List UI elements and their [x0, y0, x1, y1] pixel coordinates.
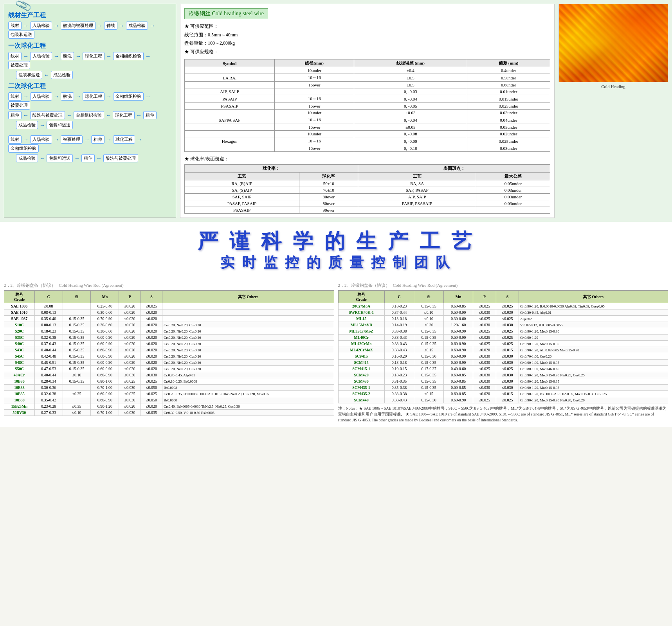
spec-tolerance: 0, -0.09: [354, 137, 467, 145]
s-cell: ≤0.025: [496, 335, 519, 341]
sphero-rate: 50±10: [299, 180, 358, 187]
sphero-process2: RA, SA: [358, 180, 476, 187]
table-row: S50C 0.47-0.53 0.15-0.35 0.60-0.90 ≤0.02…: [4, 366, 334, 372]
p-cell: ≤0.020: [119, 403, 141, 410]
right-th-c: C: [384, 291, 414, 303]
sphero-table: 球化率： 表面斑点： 工艺 球化率 工艺 最大公差 RA, (R)AIP 50±…: [184, 164, 550, 214]
p-cell: ≤0.030: [119, 397, 141, 403]
p-cell: ≤0.020: [119, 366, 141, 372]
flow-arrow: →: [23, 53, 29, 59]
table-row: S43C 0.40-0.44 0.15-0.35 0.60-0.90 ≤0.02…: [4, 347, 334, 353]
banner-section: 严 谨 科 学 的 生 产 工 艺 实 时 监 控 的 质 量 控 制 团 队: [0, 222, 672, 278]
spec-deviation: 0.025under: [467, 103, 550, 110]
flow-box: 入场检验: [30, 92, 52, 101]
p-cell: ≤0.030: [119, 385, 141, 391]
others-cell: Cr:0.20-0.35, B:0.0008-0.0030 Al:0.015-0…: [162, 391, 334, 397]
grade-cell: S50C: [4, 366, 35, 372]
c-cell: 0.28-0.34: [34, 378, 63, 385]
s-cell: ≤0.030: [496, 309, 519, 316]
others-cell: Cr:0.30-0.50, V:0.10-0.50 Bs0.0005: [162, 410, 334, 416]
flow-box: 伸线: [104, 22, 117, 30]
spec-tolerance: 0, -0.10: [354, 145, 467, 152]
flow-row-3b: 粗伸 ← 酸洗与被覆处理 ← 金相组织检验 ← 球化工程 ← 粗伸: [8, 111, 172, 119]
grade-cell: S40C: [4, 341, 35, 347]
sphero-rate: 90over: [299, 207, 358, 214]
spec-deviation: 0.5under: [467, 74, 550, 82]
spec-symbol: [185, 131, 275, 137]
spec-deviation: 0.03under: [467, 110, 550, 116]
grade-cell: 10B30: [4, 378, 35, 385]
table-row: SCM415 0.13-0.18 0.15-0.35 0.60-0.90 ≤0.…: [338, 360, 668, 366]
sphero-th-rate: 球化率：: [185, 165, 358, 173]
p-cell: ≤0.030: [473, 378, 496, 385]
grade-cell: S43C: [4, 347, 35, 353]
others-cell: Cr:0.90-1.20, B:0.0010-0.0050 Alφ0.02, T…: [519, 303, 668, 309]
flow-box: 线材: [8, 92, 22, 101]
flow-row-4a: 线材 → 入场检验 → 被覆处理 → 粗伸 → 球化工程 → 金相组织检验: [8, 135, 172, 153]
mn-cell: 0.60-0.90: [91, 341, 119, 347]
flow-box: 成品检验: [51, 71, 73, 79]
left-th-c: C: [34, 291, 63, 303]
sphero-tolerance: 0.03under: [476, 200, 550, 207]
right-table-half: 2．2、冷镦钢盘条（协议） Cold Heading Wire Rod (Agr…: [336, 280, 670, 425]
sphero-th-process2: 工艺: [358, 173, 476, 180]
others-cell: Crs0.20, Nis0.20, Cus0.20: [162, 366, 334, 372]
spec-row: 10under 0, -0.08 0.02under: [185, 131, 550, 137]
flow-box: 酸洗与被覆处理: [103, 154, 138, 162]
c-cell: 0.23-0.28: [34, 403, 63, 410]
grade-cell: 50BV30: [4, 410, 35, 416]
s-cell: ≤0.020: [141, 360, 162, 366]
p-cell: ≤0.025: [119, 391, 141, 397]
mn-cell: 0.25-0.40: [91, 303, 119, 309]
si-cell: 0.15-0.35: [414, 303, 444, 309]
spec-tolerance: ±0.5: [354, 74, 467, 82]
flow-box: 线材: [8, 135, 22, 144]
flow-arrow: →: [145, 94, 151, 100]
table-row: SCM435-1 0.35-0.38 0.15-0.35 0.60-0.85 ≤…: [338, 385, 668, 391]
p-cell: ≤0.020: [119, 322, 141, 328]
mn-cell: 0.30-0.60: [443, 316, 473, 322]
sphero-row: PASAF, PASAIP 80over PASIP, PSASAIP 0.03…: [185, 200, 550, 207]
spec-tolerance: 0, -0.03: [354, 88, 467, 95]
flow-arrow: →: [84, 137, 90, 143]
flow-box: 酸洗: [61, 52, 74, 60]
si-cell: ≤0.35: [63, 403, 91, 410]
spec-row: LA RA, 10～16 ±0.5 0.5under: [185, 74, 550, 82]
spec-symbol: Hexagon: [185, 137, 275, 145]
mn-cell: 0.60-0.90: [91, 347, 119, 353]
right-th-si: Si: [414, 291, 444, 303]
s-cell: ≤0.030: [496, 385, 519, 391]
c-cell: ≤0.08: [34, 303, 63, 309]
left-th-s: S: [141, 291, 162, 303]
cold-heading-label: Cold Heading: [558, 84, 668, 89]
grade-cell: ML40Cr: [338, 335, 384, 341]
mn-cell: 0.70-1.00: [91, 410, 119, 416]
left-table-half: 2．2、冷镦钢盘条（协议） Cold Heading Wire Rod (Agr…: [2, 280, 336, 425]
sphero-process1: SA, (S)AIP: [185, 187, 299, 194]
flow-arrow: ←: [136, 112, 142, 119]
spec-deviation: 0.4under: [467, 67, 550, 74]
spec-symbol: [185, 124, 275, 131]
table-row: S10C 0.08-0.13 0.15-0.35 0.30-0.60 ≤0.02…: [4, 322, 334, 328]
others-cell: Cr:0.90-1.20, Mo:0.15-0.35: [519, 385, 668, 391]
grade-cell: SCi/415: [338, 353, 384, 360]
spec-th-symbol: Symbol: [185, 59, 275, 67]
si-cell: 0.15-0.35: [414, 335, 444, 341]
others-cell: [162, 309, 334, 316]
flow-arrow: ←: [74, 155, 80, 162]
sphero-row: PSASAIP 90over: [185, 207, 550, 214]
grade-cell: S48C: [4, 360, 35, 366]
flow-box: 成品检验: [126, 22, 148, 30]
spec-row: 16over ±0.5 0.6under: [185, 82, 550, 88]
spec-title: 冷镦钢丝 Cold heading steel wire: [184, 8, 268, 19]
right-data-table: 牌号Grade C Si Mn P S 其它 Others 20Cr/MoA 0…: [338, 290, 668, 403]
spec-row: 10under ±0.03 0.03under: [185, 110, 550, 116]
table-row: SCM415-1 0.10-0.15 0.17-0.37 0.40-0.60 ≤…: [338, 366, 668, 372]
others-cell: Crs0.20, Nis0.20, Cus0.20: [162, 335, 334, 341]
s-cell: ≤0.020: [141, 366, 162, 372]
si-cell: 0.15-0.35: [63, 328, 91, 335]
grade-cell: SCM435-2: [338, 391, 384, 397]
flow-box: 金相组织检验: [113, 92, 144, 101]
grade-cell: SCM420: [338, 372, 384, 378]
si-cell: 0.15-0.35: [414, 378, 444, 385]
